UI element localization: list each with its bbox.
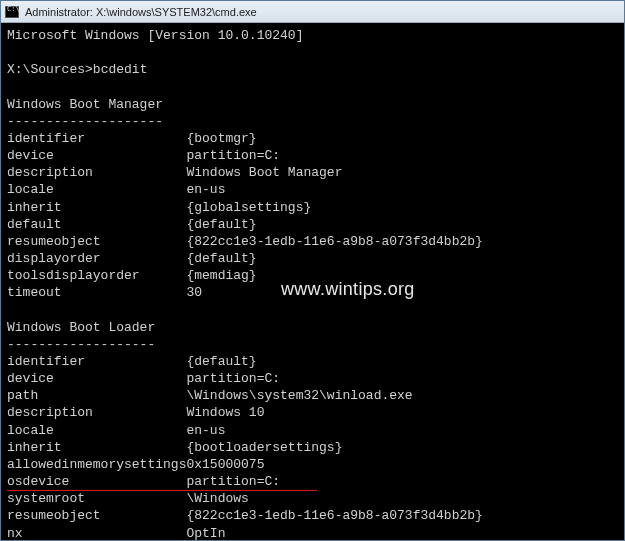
output-key: identifier [7, 353, 186, 370]
output-value: {globalsettings} [186, 200, 311, 215]
output-key: locale [7, 181, 186, 198]
output-row: allowedinmemorysettings0x15000075 [7, 456, 618, 473]
output-row: descriptionWindows 10 [7, 404, 618, 421]
output-value: {default} [186, 217, 256, 232]
output-key: allowedinmemorysettings [7, 456, 186, 473]
section-rule: ------------------- [7, 337, 155, 352]
output-key: resumeobject [7, 233, 186, 250]
output-key: inherit [7, 439, 186, 456]
typed-command: bcdedit [93, 62, 148, 77]
output-value: Windows 10 [186, 405, 264, 420]
output-row: nxOptIn [7, 525, 618, 540]
output-key: nx [7, 525, 186, 540]
output-key: device [7, 147, 186, 164]
blank-line [7, 302, 618, 319]
output-row: identifier{default} [7, 353, 618, 370]
output-value: \Windows\system32\winload.exe [186, 388, 412, 403]
output-row: identifier{bootmgr} [7, 130, 618, 147]
output-value: OptIn [186, 526, 225, 540]
output-value: 30 [186, 285, 202, 300]
output-value: {default} [186, 354, 256, 369]
output-value: en-us [186, 423, 225, 438]
output-row: devicepartition=C: [7, 147, 618, 164]
output-row: descriptionWindows Boot Manager [7, 164, 618, 181]
output-key: osdevice [7, 473, 186, 490]
output-key: resumeobject [7, 507, 186, 524]
output-key: description [7, 404, 186, 421]
output-value: en-us [186, 182, 225, 197]
titlebar[interactable]: Administrator: X:\windows\SYSTEM32\cmd.e… [1, 1, 624, 23]
output-row: displayorder{default} [7, 250, 618, 267]
section-title: Windows Boot Loader [7, 320, 155, 335]
output-key: toolsdisplayorder [7, 267, 186, 284]
output-value: 0x15000075 [186, 457, 264, 472]
output-value: partition=C: [186, 371, 280, 386]
output-row: inherit{bootloadersettings} [7, 439, 618, 456]
output-key: timeout [7, 284, 186, 301]
output-row: devicepartition=C: [7, 370, 618, 387]
output-row: inherit{globalsettings} [7, 199, 618, 216]
output-row: path\Windows\system32\winload.exe [7, 387, 618, 404]
version-banner: Microsoft Windows [Version 10.0.10240] [7, 28, 303, 43]
output-value: {bootloadersettings} [186, 440, 342, 455]
output-value: partition=C: [186, 148, 280, 163]
prompt-row: X:\Sources>bcdedit [7, 61, 618, 78]
output-key: locale [7, 422, 186, 439]
section-title: Windows Boot Manager [7, 97, 163, 112]
output-row: resumeobject{822cc1e3-1edb-11e6-a9b8-a07… [7, 233, 618, 250]
output-row: timeout30 [7, 284, 618, 301]
output-key: identifier [7, 130, 186, 147]
section-rule: -------------------- [7, 114, 163, 129]
banner-row: Microsoft Windows [Version 10.0.10240] [7, 27, 618, 44]
output-key: description [7, 164, 186, 181]
output-value: {memdiag} [186, 268, 256, 283]
output-key: displayorder [7, 250, 186, 267]
output-row: toolsdisplayorder{memdiag} [7, 267, 618, 284]
prompt-path: X:\Sources> [7, 62, 93, 77]
blank-line [7, 78, 618, 95]
highlight-underline [7, 490, 317, 491]
output-row: resumeobject{822cc1e3-1edb-11e6-a9b8-a07… [7, 507, 618, 524]
output-key: default [7, 216, 186, 233]
output-value: \Windows [186, 491, 248, 506]
output-value: {default} [186, 251, 256, 266]
output-key: path [7, 387, 186, 404]
output-value: {bootmgr} [186, 131, 256, 146]
output-value: {822cc1e3-1edb-11e6-a9b8-a073f3d4bb2b} [186, 234, 482, 249]
output-key: inherit [7, 199, 186, 216]
titlebar-text: Administrator: X:\windows\SYSTEM32\cmd.e… [25, 6, 257, 18]
output-value: partition=C: [186, 474, 280, 489]
section-title-row: Windows Boot Manager [7, 96, 618, 113]
highlighted-row: osdevicepartition=C: [7, 473, 618, 490]
cmd-icon [5, 6, 19, 18]
output-key: systemroot [7, 490, 186, 507]
output-key: device [7, 370, 186, 387]
cmd-window: Administrator: X:\windows\SYSTEM32\cmd.e… [0, 0, 625, 541]
output-value: {822cc1e3-1edb-11e6-a9b8-a073f3d4bb2b} [186, 508, 482, 523]
section-rule-row: -------------------- [7, 113, 618, 130]
output-value: Windows Boot Manager [186, 165, 342, 180]
output-row: localeen-us [7, 181, 618, 198]
output-row: default{default} [7, 216, 618, 233]
output-row: localeen-us [7, 422, 618, 439]
output-row: systemroot\Windows [7, 490, 618, 507]
terminal-output[interactable]: Microsoft Windows [Version 10.0.10240] X… [1, 23, 624, 540]
section-rule-row: ------------------- [7, 336, 618, 353]
section-title-row: Windows Boot Loader [7, 319, 618, 336]
blank-line [7, 44, 618, 61]
